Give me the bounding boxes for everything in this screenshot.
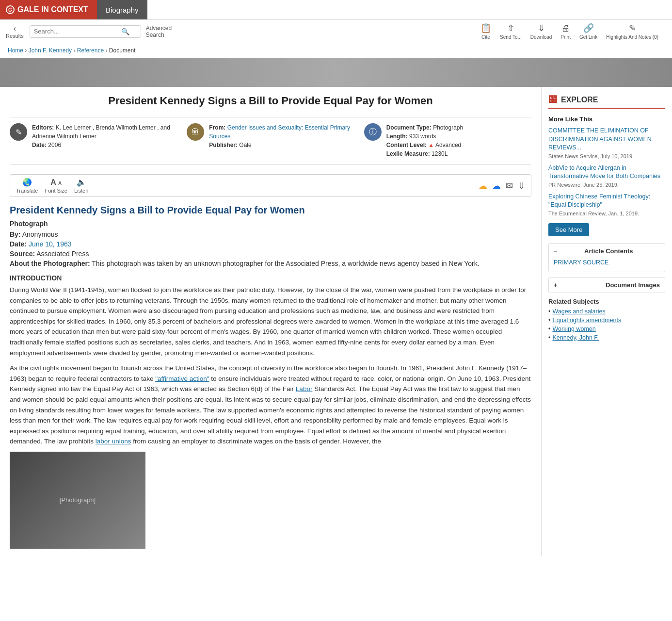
related-subject-4-link[interactable]: Kennedy, John F. xyxy=(552,334,599,341)
length-value: 933 words xyxy=(409,133,436,140)
font-size-tool[interactable]: A A Font Size xyxy=(45,178,67,194)
content-area: President Kennedy Signs a Bill to Provid… xyxy=(0,87,541,556)
listen-tool[interactable]: 🔈 Listen xyxy=(74,178,88,194)
article-contents-collapsible: − Article Contents PRIMARY SOURCE xyxy=(548,243,665,273)
breadcrumb-document: Document xyxy=(109,47,136,54)
onedrive-icon[interactable]: ☁ xyxy=(492,180,501,191)
content-level-label: Content Level: xyxy=(386,142,427,148)
doctype-icon: ⓘ xyxy=(364,123,382,141)
sidebar: ⹨ EXPLORE More Like This COMMITTEE THE E… xyxy=(541,87,672,556)
related-item-3-link[interactable]: Exploring Chinese Feminist Theology: "Eq… xyxy=(548,193,665,210)
related-subject-2: • Equal rights amendments xyxy=(548,317,665,324)
listen-icon: 🔈 xyxy=(77,178,86,187)
source-icon: 🏛 xyxy=(187,123,204,141)
plus-icon: + xyxy=(554,281,558,289)
cite-label: Cite xyxy=(481,34,490,40)
listen-label: Listen xyxy=(74,188,88,194)
translate-tool[interactable]: 🌏 Translate xyxy=(16,178,38,194)
print-label: Print xyxy=(560,34,571,40)
date-value: 2006 xyxy=(48,142,61,148)
bullet-3: • xyxy=(548,326,550,332)
doc-subtype: Photograph xyxy=(10,220,531,228)
related-item-2-title: AbbVie to Acquire Allergan in Transforma… xyxy=(548,164,660,180)
about-field-value: This photograph was taken by an unknown … xyxy=(92,260,479,267)
document-images-header[interactable]: + Document Images xyxy=(554,281,660,289)
minus-icon: − xyxy=(554,247,558,255)
search-bar: ‹ Results 🔍 Advanced Search 📋 Cite ⇧ Sen… xyxy=(0,20,672,43)
print-icon: 🖨 xyxy=(561,23,570,33)
labor-unions-link[interactable]: labor unions xyxy=(96,438,131,445)
advanced-search-link[interactable]: Advanced Search xyxy=(146,25,172,38)
from-label: From: xyxy=(209,124,225,131)
send-icon: ⇧ xyxy=(507,23,514,33)
article-photo: [Photograph] xyxy=(10,452,145,549)
search-icon: 🔍 xyxy=(121,28,129,35)
toolbar-icons: 📋 Cite ⇧ Send To... ⇓ Download 🖨 Print 🔗… xyxy=(480,23,666,40)
bullet-2: • xyxy=(548,317,550,324)
source-field-label: Source: xyxy=(10,250,35,258)
back-button[interactable]: ‹ Results xyxy=(6,24,24,39)
font-size-label: Font Size xyxy=(45,188,67,194)
article-title: President Kennedy Signs a Bill to Provid… xyxy=(10,95,531,107)
see-more-button[interactable]: See More xyxy=(548,223,589,236)
about-field-label: About the Photographer: xyxy=(10,260,90,267)
cite-icon: 📋 xyxy=(480,23,491,33)
download-icon: ⇓ xyxy=(538,23,545,33)
doc-heading: President Kennedy Signs a Bill to Provid… xyxy=(10,205,531,216)
download-doc-icon[interactable]: ⇓ xyxy=(518,180,525,191)
email-icon[interactable]: ✉ xyxy=(506,180,513,191)
cite-button[interactable]: 📋 Cite xyxy=(480,23,491,40)
doctype-text: Document Type: Photograph Length: 933 wo… xyxy=(386,123,464,158)
get-link-label: Get Link xyxy=(579,34,597,40)
source-text: From: Gender Issues and Sexuality: Essen… xyxy=(209,123,354,149)
date-field-value: June 10, 1963 xyxy=(29,240,72,248)
print-button[interactable]: 🖨 Print xyxy=(560,23,571,40)
get-link-button[interactable]: 🔗 Get Link xyxy=(579,23,597,40)
related-subject-3: • Working women xyxy=(548,326,665,332)
breadcrumb-reference[interactable]: Reference xyxy=(77,47,104,54)
meta-source-block: 🏛 From: Gender Issues and Sexuality: Ess… xyxy=(187,123,354,149)
biography-tab-label: Biography xyxy=(106,6,139,14)
article-contents-header[interactable]: − Article Contents xyxy=(554,247,660,255)
related-item-2-link[interactable]: AbbVie to Acquire Allergan in Transforma… xyxy=(548,164,665,181)
by-field-label: By: xyxy=(10,230,21,238)
length-label: Length: xyxy=(386,133,408,140)
search-input-wrap: 🔍 xyxy=(30,25,141,38)
lexile-value: 1230L xyxy=(432,150,448,157)
date-line: Date: June 10, 1963 xyxy=(10,240,531,248)
more-like-this-title: More Like This xyxy=(548,115,665,123)
doc-toolbar: 🌏 Translate A A Font Size 🔈 Listen ☁ ☁ ✉… xyxy=(10,174,531,197)
related-subject-3-link[interactable]: Working women xyxy=(552,326,595,332)
related-subject-1: • Wages and salaries xyxy=(548,308,665,315)
download-button[interactable]: ⇓ Download xyxy=(530,23,552,40)
bullet-4: • xyxy=(548,334,550,341)
article-contents-body: PRIMARY SOURCE xyxy=(554,259,660,267)
doc-toolbar-left: 🌏 Translate A A Font Size 🔈 Listen xyxy=(16,178,88,194)
affirmative-action-link[interactable]: "affirmative action" xyxy=(155,375,209,382)
translate-icon: 🌏 xyxy=(22,178,32,187)
highlights-button[interactable]: ✎ Highlights And Notes (0) xyxy=(606,23,658,40)
hero-image xyxy=(0,58,672,87)
related-subject-1-link[interactable]: Wages and salaries xyxy=(552,308,605,315)
by-line: By: Anonymous xyxy=(10,230,531,238)
related-item-1-link[interactable]: COMMITTEE THE ELIMINATION OF DISCRIMINAT… xyxy=(548,127,665,152)
google-drive-icon[interactable]: ☁ xyxy=(479,180,487,191)
search-input[interactable] xyxy=(34,28,121,35)
doc-type-value: Photograph xyxy=(433,124,463,131)
labor-link[interactable]: Labor xyxy=(296,385,313,392)
document-images-label: Document Images xyxy=(606,281,660,289)
download-label: Download xyxy=(530,34,552,40)
related-item-3-title: Exploring Chinese Feminist Theology: "Eq… xyxy=(548,193,650,209)
related-item-1-meta: States News Service, July 10, 2019. xyxy=(548,153,665,159)
from-value-link[interactable]: Gender Issues and Sexuality: Essential P… xyxy=(209,124,350,140)
related-subject-2-link[interactable]: Equal rights amendments xyxy=(552,317,621,324)
breadcrumb-home[interactable]: Home xyxy=(8,47,23,54)
body-paragraph-2: As the civil rights movement began to fl… xyxy=(10,363,531,447)
by-field-value: Anonymous xyxy=(22,230,58,238)
translate-label: Translate xyxy=(16,188,38,194)
send-to-button[interactable]: ⇧ Send To... xyxy=(500,23,522,40)
publisher-label: Publisher: xyxy=(209,142,238,148)
breadcrumb-john-kennedy[interactable]: John F. Kennedy xyxy=(29,47,72,54)
brand-name: GALE IN CONTEXT xyxy=(17,5,88,14)
primary-source-link[interactable]: PRIMARY SOURCE xyxy=(554,259,660,267)
